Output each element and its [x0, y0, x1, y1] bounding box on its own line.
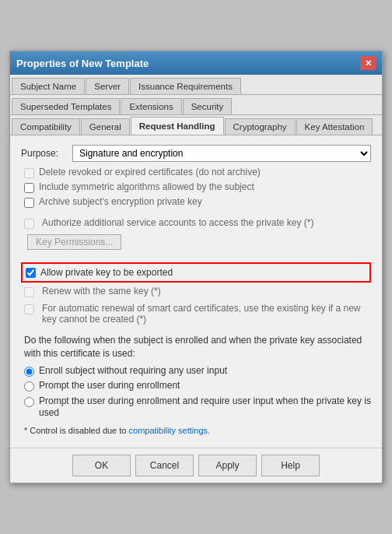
- footer-note-text: * Control is disabled due to: [24, 426, 126, 435]
- allow-export-checkbox[interactable]: [26, 268, 36, 278]
- checkbox-smartcard: For automatic renewal of smart card cert…: [21, 303, 371, 328]
- tab-server[interactable]: Server: [86, 78, 129, 94]
- title-bar: Properties of New Template ✕: [10, 51, 382, 75]
- tabs-row-2: Superseded Templates Extensions Security: [10, 95, 382, 115]
- description-text: Do the following when the subject is enr…: [24, 334, 368, 360]
- tab-general[interactable]: General: [81, 118, 130, 135]
- tab-key-attestation[interactable]: Key Attestation: [296, 118, 373, 135]
- checkbox-delete-revoked-input[interactable]: [24, 168, 34, 178]
- tab-extensions[interactable]: Extensions: [121, 98, 181, 114]
- radio-enroll-input[interactable]: [24, 367, 34, 377]
- radio-prompt-key-label: Prompt the user during enrollment and re…: [39, 395, 371, 420]
- checkbox-archive-input[interactable]: [24, 198, 34, 208]
- checkbox-renew: Renew with the same key (*): [21, 286, 371, 300]
- radio-prompt-input[interactable]: [24, 381, 34, 392]
- dialog-window: Properties of New Template ✕ Subject Nam…: [9, 51, 383, 483]
- checkbox-authorize-label: Authorize additional service accounts to…: [39, 217, 314, 228]
- tabs-row-3: Compatibility General Request Handling C…: [10, 115, 382, 135]
- checkbox-smartcard-input[interactable]: [24, 304, 34, 314]
- radio-prompt-label: Prompt the user during enrollment: [39, 380, 180, 392]
- tab-compatibility[interactable]: Compatibility: [12, 118, 80, 135]
- purpose-row: Purpose: Signature and encryption Signat…: [21, 145, 371, 162]
- checkbox-smartcard-label: For automatic renewal of smart card cert…: [39, 303, 371, 325]
- cancel-button[interactable]: Cancel: [135, 455, 194, 476]
- ok-button[interactable]: OK: [72, 455, 131, 476]
- checkbox-archive-label: Archive subject's encryption private key: [39, 196, 202, 207]
- button-bar: OK Cancel Apply Help: [10, 448, 382, 483]
- tab-issuance-requirements[interactable]: Issuance Requirements: [130, 78, 241, 94]
- tabs-row-1: Subject Name Server Issuance Requirement…: [10, 75, 382, 95]
- key-permissions-button[interactable]: Key Permissions...: [27, 234, 121, 250]
- tab-security[interactable]: Security: [183, 98, 233, 114]
- radio-enroll-label: Enroll subject without requiring any use…: [39, 365, 227, 378]
- compatibility-settings-link[interactable]: compatibility settings.: [129, 426, 211, 435]
- checkbox-renew-label: Renew with the same key (*): [39, 286, 161, 297]
- checkbox-symmetric-input[interactable]: [24, 183, 34, 193]
- allow-export-label: Allow private key to be exported: [40, 267, 173, 278]
- window-title: Properties of New Template: [16, 58, 149, 69]
- highlighted-checkbox-row: Allow private key to be exported: [21, 262, 371, 283]
- content-area: Purpose: Signature and encryption Signat…: [10, 135, 382, 448]
- apply-button[interactable]: Apply: [198, 455, 257, 476]
- purpose-label: Purpose:: [21, 148, 68, 159]
- checkbox-authorize-input[interactable]: [24, 219, 34, 229]
- checkbox-symmetric-label: Include symmetric algorithms allowed by …: [39, 181, 254, 192]
- checkbox-delete-revoked: Delete revoked or expired certificates (…: [21, 167, 371, 178]
- radio-enroll: Enroll subject without requiring any use…: [21, 365, 371, 378]
- purpose-select[interactable]: Signature and encryption Signature Encry…: [72, 145, 371, 162]
- radio-prompt: Prompt the user during enrollment: [21, 380, 371, 392]
- close-button[interactable]: ✕: [360, 56, 376, 70]
- radio-prompt-key: Prompt the user during enrollment and re…: [21, 395, 371, 420]
- help-button[interactable]: Help: [261, 455, 320, 476]
- tab-superseded-templates[interactable]: Superseded Templates: [12, 98, 120, 114]
- checkbox-archive: Archive subject's encryption private key: [21, 196, 371, 208]
- checkbox-delete-revoked-label: Delete revoked or expired certificates (…: [39, 167, 261, 177]
- checkbox-renew-input[interactable]: [24, 287, 34, 297]
- checkbox-authorize: Authorize additional service accounts to…: [21, 217, 371, 231]
- radio-prompt-key-input[interactable]: [24, 397, 34, 407]
- tab-request-handling[interactable]: Request Handling: [131, 117, 224, 135]
- tab-subject-name[interactable]: Subject Name: [12, 78, 85, 94]
- tab-cryptography[interactable]: Cryptography: [225, 118, 296, 135]
- footer-note: * Control is disabled due to compatibili…: [24, 426, 368, 435]
- checkbox-symmetric: Include symmetric algorithms allowed by …: [21, 181, 371, 193]
